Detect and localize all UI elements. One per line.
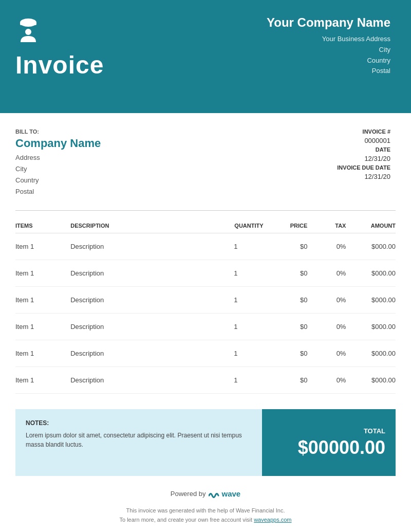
invoice-number-value-row: 0000001: [288, 137, 390, 144]
row-price-3: $0: [264, 314, 308, 340]
row-desc-5: Description: [70, 367, 208, 394]
row-price-2: $0: [264, 287, 308, 314]
row-price-4: $0: [264, 340, 308, 367]
header-left: Invoice: [15, 15, 104, 79]
row-desc-3: Description: [70, 314, 208, 340]
table-header-row: ITEMS DESCRIPTION QUANTITY PRICE TAX AMO…: [15, 218, 396, 233]
date-value-row: 12/31/20: [288, 155, 390, 162]
table-row: Item 1 Description 1 $0 0% $000.00: [15, 367, 396, 394]
row-tax-0: 0%: [307, 233, 346, 260]
row-item-2: Item 1: [15, 287, 70, 314]
powered-by-section: Powered by wave: [0, 476, 411, 503]
row-tax-5: 0%: [307, 367, 346, 394]
row-tax-3: 0%: [307, 314, 346, 340]
table-row: Item 1 Description 1 $0 0% $000.00: [15, 340, 396, 367]
col-header-tax: TAX: [307, 218, 346, 233]
row-tax-2: 0%: [307, 287, 346, 314]
row-desc-2: Description: [70, 287, 208, 314]
row-qty-1: 1: [208, 260, 263, 287]
row-amount-2: $000.00: [346, 287, 396, 314]
row-desc-1: Description: [70, 260, 208, 287]
invoice-number-row: INVOICE #: [288, 129, 390, 135]
bill-city: City: [15, 163, 288, 175]
col-header-price: PRICE: [264, 218, 308, 233]
header-city: City: [267, 45, 390, 56]
table-row: Item 1 Description 1 $0 0% $000.00: [15, 260, 396, 287]
invoice-number-label: INVOICE #: [363, 129, 390, 135]
row-qty-3: 1: [208, 314, 263, 340]
header-country: Country: [267, 56, 390, 66]
col-header-amount: AMOUNT: [346, 218, 396, 233]
row-qty-2: 1: [208, 287, 263, 314]
row-tax-1: 0%: [307, 260, 346, 287]
company-icon: [15, 15, 41, 46]
invoice-title: Invoice: [15, 51, 104, 79]
row-qty-4: 1: [208, 340, 263, 367]
bill-company-name: Company Name: [15, 137, 288, 150]
row-qty-0: 1: [208, 233, 263, 260]
notes-box: NOTES: Lorem ipsum dolor sit amet, conse…: [15, 409, 262, 476]
date-label-row: DATE: [288, 146, 390, 153]
wave-label: wave: [221, 489, 240, 498]
row-item-0: Item 1: [15, 233, 70, 260]
total-label: TOTAL: [364, 427, 385, 435]
legal-line1: This invoice was generated with the help…: [0, 506, 411, 516]
table-row: Item 1 Description 1 $0 0% $000.00: [15, 233, 396, 260]
row-price-1: $0: [264, 260, 308, 287]
row-amount-1: $000.00: [346, 260, 396, 287]
bill-address: Address: [15, 152, 288, 163]
due-date-label-row: INVOICE DUE DATE: [288, 164, 390, 171]
section-divider: [15, 210, 396, 211]
wave-logo: wave: [209, 489, 240, 498]
row-item-5: Item 1: [15, 367, 70, 394]
row-tax-4: 0%: [307, 340, 346, 367]
due-date-value-row: 12/31/20: [288, 173, 390, 180]
date-value: 12/31/20: [349, 155, 390, 162]
row-desc-4: Description: [70, 340, 208, 367]
svg-rect-2: [23, 20, 34, 24]
row-qty-5: 1: [208, 367, 263, 394]
table-row: Item 1 Description 1 $0 0% $000.00: [15, 314, 396, 340]
bill-postal: Postal: [15, 186, 288, 197]
invoice-number-value: 0000001: [349, 137, 390, 144]
svg-point-3: [25, 29, 31, 35]
row-price-0: $0: [264, 233, 308, 260]
date-label: DATE: [376, 146, 390, 153]
wave-link[interactable]: waveapps.com: [254, 517, 291, 523]
invoice-header: Invoice Your Company Name Your Business …: [0, 0, 411, 113]
bill-to-label: BILL TO:: [15, 129, 288, 135]
col-header-description: DESCRIPTION: [70, 218, 208, 233]
footer-section: NOTES: Lorem ipsum dolor sit amet, conse…: [15, 409, 396, 476]
row-item-1: Item 1: [15, 260, 70, 287]
notes-label: NOTES:: [26, 419, 252, 427]
col-header-quantity: QUANTITY: [208, 218, 263, 233]
footer-legal: This invoice was generated with the help…: [0, 503, 411, 532]
total-amount: $00000.00: [298, 437, 385, 458]
bill-country: Country: [15, 175, 288, 186]
header-right: Your Company Name Your Business Address …: [267, 15, 390, 77]
row-amount-0: $000.00: [346, 233, 396, 260]
notes-text: Lorem ipsum dolor sit amet, consectetur …: [26, 431, 252, 449]
invoice-table-wrapper: ITEMS DESCRIPTION QUANTITY PRICE TAX AMO…: [0, 218, 411, 394]
table-row: Item 1 Description 1 $0 0% $000.00: [15, 287, 396, 314]
legal-line2: To learn more, and create your own free …: [0, 516, 411, 525]
row-item-3: Item 1: [15, 314, 70, 340]
row-amount-3: $000.00: [346, 314, 396, 340]
invoice-table: ITEMS DESCRIPTION QUANTITY PRICE TAX AMO…: [15, 218, 396, 394]
header-address: Your Business Address: [267, 34, 390, 45]
powered-by-text: Powered by wave: [0, 489, 411, 498]
header-company-name: Your Company Name: [267, 15, 390, 30]
bill-section: BILL TO: Company Name Address City Count…: [0, 113, 411, 203]
bill-to-block: BILL TO: Company Name Address City Count…: [15, 129, 288, 197]
wave-icon: [209, 489, 220, 498]
powered-by-label: Powered by: [171, 490, 206, 498]
total-box: TOTAL $00000.00: [262, 409, 396, 476]
row-desc-0: Description: [70, 233, 208, 260]
invoice-meta-block: INVOICE # 0000001 DATE 12/31/20 INVOICE …: [288, 129, 390, 182]
row-item-4: Item 1: [15, 340, 70, 367]
col-header-items: ITEMS: [15, 218, 70, 233]
due-date-label: INVOICE DUE DATE: [337, 164, 390, 171]
row-price-5: $0: [264, 367, 308, 394]
row-amount-4: $000.00: [346, 340, 396, 367]
header-postal: Postal: [267, 66, 390, 77]
